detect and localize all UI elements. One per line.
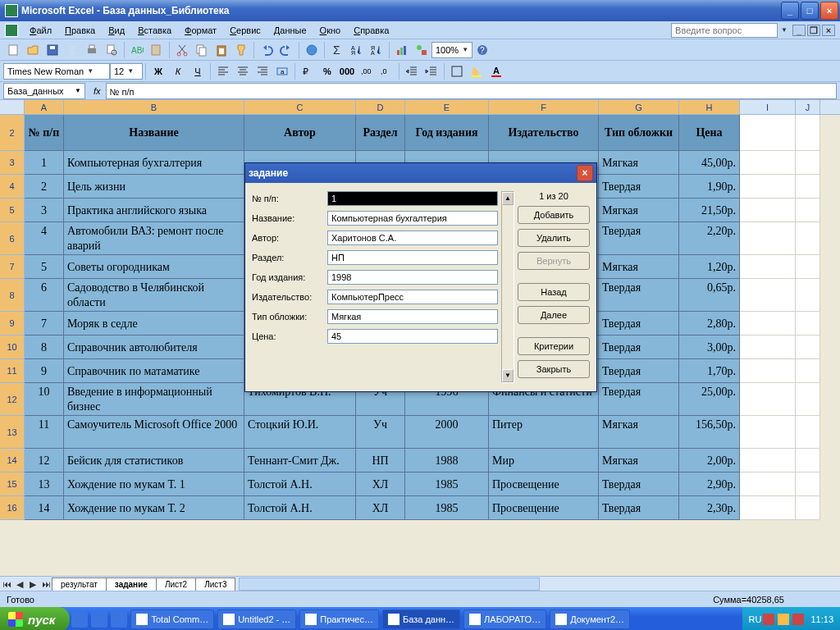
cell[interactable]	[740, 449, 796, 472]
cell[interactable]	[796, 336, 820, 359]
col-header-C[interactable]: C	[244, 100, 356, 114]
cell[interactable]: Толстой А.Н.	[244, 496, 356, 520]
cell[interactable]: Стоцкий Ю.И.	[244, 416, 356, 449]
cell[interactable]: Мягкая	[599, 255, 679, 279]
col-header-H[interactable]: H	[679, 100, 740, 114]
cell[interactable]: Год издания	[405, 115, 489, 151]
maximize-button[interactable]: □	[801, 2, 819, 20]
save-button[interactable]	[43, 41, 62, 59]
row-header[interactable]: 16	[0, 496, 25, 520]
cell[interactable]: 1,90р.	[679, 175, 740, 199]
tray-icon[interactable]	[792, 614, 804, 625]
col-header-E[interactable]: E	[405, 100, 489, 114]
spelling-button[interactable]: ABC	[128, 41, 146, 59]
name-box[interactable]: База_данных▼	[3, 83, 85, 99]
col-header-G[interactable]: G	[599, 100, 679, 114]
cell[interactable]: Мягкая	[599, 449, 679, 472]
clock[interactable]: 11:13	[810, 614, 833, 624]
close-form-button[interactable]: Закрыть	[518, 360, 590, 378]
menu-Вставка[interactable]: Вставка	[131, 24, 178, 37]
field-input[interactable]	[327, 309, 498, 324]
col-header-I[interactable]: I	[740, 100, 796, 114]
cell[interactable]: 1,70р.	[679, 359, 740, 383]
menu-Справка[interactable]: Справка	[347, 24, 395, 37]
cell[interactable]	[796, 255, 820, 279]
cell[interactable]: 3	[25, 199, 64, 222]
row-header[interactable]: 10	[0, 336, 25, 359]
cell[interactable]: 2,80р.	[679, 312, 740, 336]
cell[interactable]	[796, 359, 820, 383]
permission-button[interactable]	[63, 41, 81, 59]
revert-button[interactable]: Вернуть	[518, 252, 590, 270]
cell[interactable]	[796, 151, 820, 175]
field-input[interactable]	[327, 250, 498, 265]
row-header[interactable]: 2	[0, 115, 25, 151]
taskbar-button[interactable]: Total Comm…	[130, 609, 214, 629]
cell[interactable]: Цена	[679, 115, 740, 151]
cell[interactable]: 2,30р.	[679, 496, 740, 520]
cell[interactable]: Мир	[489, 449, 599, 472]
cell[interactable]: НП	[356, 449, 405, 472]
row-header[interactable]: 11	[0, 359, 25, 383]
help-search-input[interactable]	[671, 23, 778, 38]
inc-decimal-button[interactable]: ,00	[358, 62, 376, 80]
cell[interactable]: Цель жизни	[64, 175, 244, 199]
cell[interactable]: Твердая	[599, 175, 679, 199]
cell[interactable]	[796, 449, 820, 472]
zoom-select[interactable]: 100%▼	[431, 42, 472, 58]
cell[interactable]: Самоучитель Microsoft Office 2000	[64, 416, 244, 449]
cell[interactable]: Раздел	[356, 115, 405, 151]
inc-indent-button[interactable]	[422, 62, 441, 80]
tab-nav-prev[interactable]: ◀	[13, 578, 26, 591]
field-input[interactable]	[327, 191, 498, 206]
cell[interactable]: Уч	[356, 416, 405, 449]
cell[interactable]	[740, 222, 796, 255]
cell[interactable]: 25,00р.	[679, 383, 740, 416]
menu-Вид[interactable]: Вид	[102, 24, 131, 37]
cell[interactable]	[796, 279, 820, 312]
cell[interactable]: Твердая	[599, 312, 679, 336]
row-header[interactable]: 8	[0, 279, 25, 312]
align-center-button[interactable]	[234, 62, 252, 80]
field-input[interactable]	[327, 270, 498, 285]
sort-asc-button[interactable]: AЯ	[348, 41, 366, 59]
doc-minimize-button[interactable]: _	[792, 25, 806, 36]
comma-button[interactable]: 000	[338, 62, 356, 80]
cell[interactable]: Хождение по мукам Т. 1	[64, 472, 244, 496]
cell[interactable]: 1985	[405, 496, 489, 520]
cell[interactable]: Тип обложки	[599, 115, 679, 151]
field-input[interactable]	[327, 231, 498, 245]
menu-Файл[interactable]: Файл	[23, 24, 58, 37]
copy-button[interactable]	[193, 41, 211, 59]
tab-nav-last[interactable]: ⏭	[39, 578, 52, 591]
doc-close-button[interactable]: ×	[822, 25, 835, 36]
minimize-button[interactable]: _	[781, 2, 799, 20]
cell[interactable]	[740, 359, 796, 383]
cell[interactable]: 8	[25, 336, 64, 359]
formula-input[interactable]: № п/п	[106, 83, 837, 99]
cell[interactable]: Твердая	[599, 336, 679, 359]
underline-button[interactable]: Ч	[189, 62, 207, 80]
cell[interactable]: 1	[25, 151, 64, 175]
cell[interactable]: Твердая	[599, 279, 679, 312]
field-input[interactable]	[327, 211, 498, 226]
cell[interactable]	[740, 199, 796, 222]
language-indicator[interactable]: RU	[749, 614, 762, 624]
cell[interactable]: 11	[25, 416, 64, 449]
scroll-up-button[interactable]: ▲	[502, 192, 514, 205]
sheet-tab[interactable]: задание	[106, 578, 157, 591]
cell[interactable]	[740, 312, 796, 336]
cell[interactable]	[740, 115, 796, 151]
select-all-corner[interactable]	[0, 100, 25, 114]
sort-desc-button[interactable]: ЯA	[368, 41, 386, 59]
tray-icon[interactable]	[763, 614, 774, 625]
cell[interactable]: Твердая	[599, 383, 679, 416]
taskbar-button[interactable]: Практичес…	[299, 609, 379, 629]
cell[interactable]: 10	[25, 383, 64, 416]
currency-button[interactable]: ₽	[299, 62, 317, 80]
prev-button[interactable]: Назад	[518, 283, 590, 301]
cell[interactable]: 12	[25, 449, 64, 472]
dec-decimal-button[interactable]: ,0	[377, 62, 395, 80]
taskbar-button[interactable]: Документ2…	[550, 609, 630, 629]
quicklaunch-icon[interactable]	[71, 611, 88, 628]
